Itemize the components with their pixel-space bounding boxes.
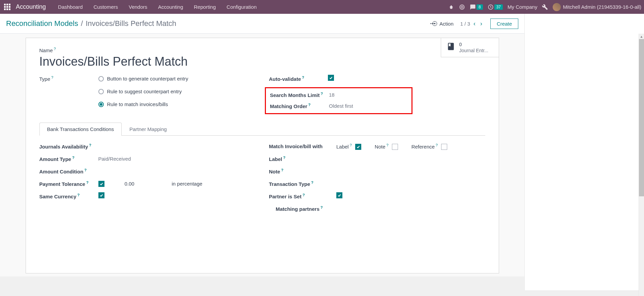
type-option-counterpart-button[interactable]: Button to generate counterpart entry bbox=[98, 75, 256, 83]
bug-icon[interactable] bbox=[448, 4, 454, 10]
label-field-label: Label bbox=[269, 156, 282, 162]
amount-condition-label: Amount Condition bbox=[39, 169, 84, 174]
user-menu[interactable]: Mitchell Admin (21945339-16-0-all) bbox=[553, 3, 641, 11]
help-icon[interactable]: ? bbox=[283, 156, 285, 160]
action-label: Action bbox=[439, 21, 454, 27]
opt-label-text: Label bbox=[336, 144, 349, 150]
help-icon[interactable]: ? bbox=[308, 103, 311, 107]
payment-tolerance-checkbox[interactable] bbox=[98, 181, 104, 187]
tab-bank-conditions[interactable]: Bank Transactions Conditions bbox=[39, 123, 122, 136]
match-label-checkbox[interactable] bbox=[355, 144, 361, 150]
journals-availability-label: Journals Availability bbox=[39, 144, 88, 150]
note-field-label: Note bbox=[269, 169, 280, 174]
match-note-checkbox[interactable] bbox=[392, 144, 398, 150]
highlighted-region: Search Months Limit? 18 Matching Order? … bbox=[265, 87, 412, 114]
help-icon[interactable]: ? bbox=[311, 180, 313, 185]
scrollbar-thumb[interactable] bbox=[639, 39, 644, 196]
chat-badge: 8 bbox=[477, 4, 483, 10]
scroll-up-icon[interactable]: ▲ bbox=[639, 34, 644, 39]
apps-icon[interactable] bbox=[4, 4, 10, 10]
nav-vendors[interactable]: Vendors bbox=[124, 1, 152, 13]
radio-icon bbox=[98, 102, 104, 107]
amount-type-value[interactable]: Paid/Received bbox=[98, 155, 256, 163]
help-icon[interactable]: ? bbox=[84, 168, 87, 172]
support-icon[interactable] bbox=[459, 4, 465, 10]
pager: 1 / 3 ‹ › bbox=[460, 20, 484, 27]
help-icon[interactable]: ? bbox=[436, 143, 438, 147]
book-icon bbox=[447, 42, 455, 53]
svg-point-4 bbox=[434, 23, 435, 24]
help-icon[interactable]: ? bbox=[303, 193, 305, 197]
help-icon[interactable]: ? bbox=[350, 143, 352, 147]
stat-label: Journal Entr... bbox=[459, 47, 488, 54]
payment-tolerance-label: Payment Tolerance bbox=[39, 181, 85, 187]
type-option-suggest-rule[interactable]: Rule to suggest counterpart entry bbox=[98, 88, 256, 96]
pager-prev[interactable]: ‹ bbox=[472, 20, 477, 27]
help-icon[interactable]: ? bbox=[72, 156, 74, 160]
name-field-value[interactable]: Invoices/Bills Perfect Match bbox=[39, 55, 485, 69]
breadcrumb-parent[interactable]: Reconciliation Models bbox=[6, 19, 78, 28]
transaction-type-label: Transaction Type bbox=[269, 181, 310, 187]
search-months-label: Search Months Limit bbox=[270, 92, 320, 98]
user-name: Mitchell Admin (21945339-16-0-all) bbox=[563, 4, 641, 10]
matching-order-label: Matching Order bbox=[270, 103, 307, 109]
help-icon[interactable]: ? bbox=[387, 143, 389, 147]
nav-configuration[interactable]: Configuration bbox=[222, 1, 261, 13]
nav-customers[interactable]: Customers bbox=[89, 1, 123, 13]
help-icon[interactable]: ? bbox=[89, 143, 91, 147]
app-title[interactable]: Accounting bbox=[16, 3, 46, 10]
create-button[interactable]: Create bbox=[490, 19, 518, 29]
payment-tolerance-value[interactable]: 0.00 bbox=[125, 180, 152, 188]
chat-icon[interactable]: 8 bbox=[470, 4, 483, 10]
breadcrumb: Reconciliation Models / Invoices/Bills P… bbox=[6, 19, 176, 28]
pager-next[interactable]: › bbox=[479, 20, 484, 27]
svg-point-1 bbox=[461, 6, 463, 8]
same-currency-checkbox[interactable] bbox=[98, 192, 104, 198]
match-invoice-label: Match Invoice/bill with bbox=[269, 143, 323, 149]
radio-icon bbox=[98, 89, 104, 94]
avatar-icon bbox=[553, 3, 561, 11]
help-icon[interactable]: ? bbox=[54, 47, 56, 51]
radio-icon bbox=[98, 76, 104, 81]
breadcrumb-current: Invoices/Bills Perfect Match bbox=[86, 19, 176, 28]
search-months-value[interactable]: 18 bbox=[329, 91, 407, 99]
pager-text: 1 / 3 bbox=[460, 21, 470, 27]
help-icon[interactable]: ? bbox=[281, 168, 283, 172]
type-option-match-invoices[interactable]: Rule to match invoices/bills bbox=[98, 100, 256, 108]
scrollbar[interactable]: ▲ bbox=[639, 34, 644, 296]
journal-entries-stat[interactable]: 0 Journal Entr... bbox=[441, 38, 499, 57]
action-dropdown[interactable]: Action bbox=[429, 21, 454, 27]
nav-dashboard[interactable]: Dashboard bbox=[53, 1, 87, 13]
svg-point-0 bbox=[460, 5, 464, 9]
amount-type-label: Amount Type bbox=[39, 156, 71, 162]
activity-icon[interactable]: 37 bbox=[488, 4, 503, 10]
auto-validate-label: Auto-validate bbox=[269, 76, 301, 82]
activity-badge: 37 bbox=[494, 4, 503, 10]
name-field-label: Name bbox=[39, 47, 53, 53]
matching-partners-label: Matching partners bbox=[276, 206, 319, 212]
tab-partner-mapping[interactable]: Partner Mapping bbox=[122, 123, 175, 136]
opt-reference-text: Reference bbox=[411, 144, 435, 150]
match-reference-checkbox[interactable] bbox=[441, 144, 447, 150]
help-icon[interactable]: ? bbox=[86, 180, 89, 185]
help-icon[interactable]: ? bbox=[321, 92, 323, 96]
partner-set-checkbox[interactable] bbox=[336, 192, 342, 198]
help-icon[interactable]: ? bbox=[51, 75, 53, 79]
stat-count: 0 bbox=[459, 41, 488, 47]
matching-order-value[interactable]: Oldest first bbox=[329, 102, 407, 110]
type-radio-group: Button to generate counterpart entry Rul… bbox=[98, 75, 256, 108]
nav-accounting[interactable]: Accounting bbox=[153, 1, 188, 13]
nav-reporting[interactable]: Reporting bbox=[189, 1, 220, 13]
same-currency-label: Same Currency bbox=[39, 194, 76, 199]
opt-note-text: Note bbox=[375, 144, 386, 150]
help-icon[interactable]: ? bbox=[320, 205, 323, 209]
help-icon[interactable]: ? bbox=[78, 193, 80, 197]
company-switcher[interactable]: My Company bbox=[508, 4, 537, 10]
auto-validate-checkbox[interactable] bbox=[328, 75, 334, 81]
tools-icon[interactable] bbox=[542, 4, 548, 10]
type-label: Type bbox=[39, 76, 51, 82]
tabs: Bank Transactions Conditions Partner Map… bbox=[39, 122, 485, 136]
breadcrumb-sep: / bbox=[81, 19, 83, 28]
partner-set-label: Partner is Set bbox=[269, 194, 302, 199]
help-icon[interactable]: ? bbox=[302, 75, 304, 79]
